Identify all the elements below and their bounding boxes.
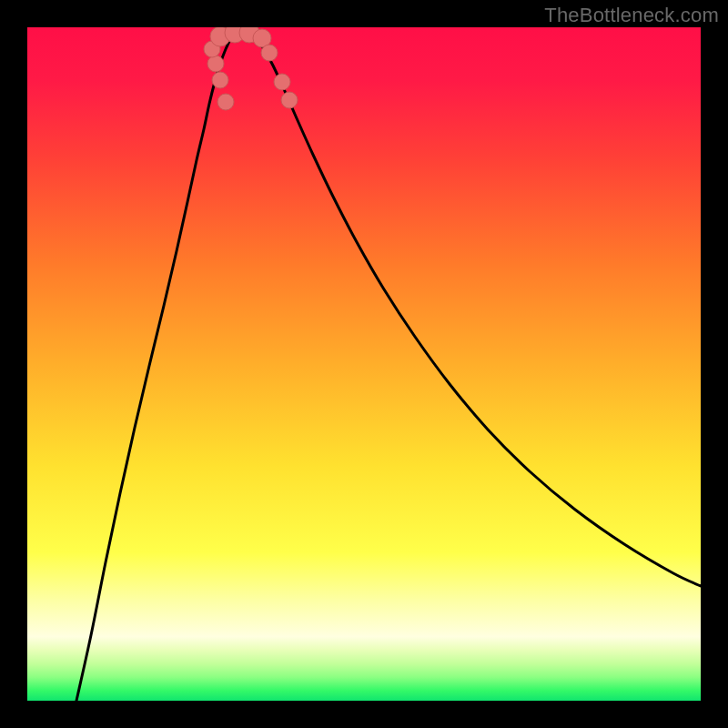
- data-point: [212, 72, 228, 88]
- data-point: [281, 92, 298, 108]
- data-point: [274, 74, 290, 90]
- marker-cluster: [204, 27, 298, 110]
- chart-canvas: [27, 27, 701, 701]
- watermark-label: TheBottleneck.com: [544, 4, 719, 27]
- curve-left: [76, 27, 242, 701]
- data-point: [261, 45, 278, 61]
- plot-area: [27, 27, 701, 701]
- data-point: [217, 94, 234, 110]
- curve-right: [242, 27, 701, 586]
- chart-frame: TheBottleneck.com: [0, 0, 728, 728]
- data-point: [207, 56, 224, 72]
